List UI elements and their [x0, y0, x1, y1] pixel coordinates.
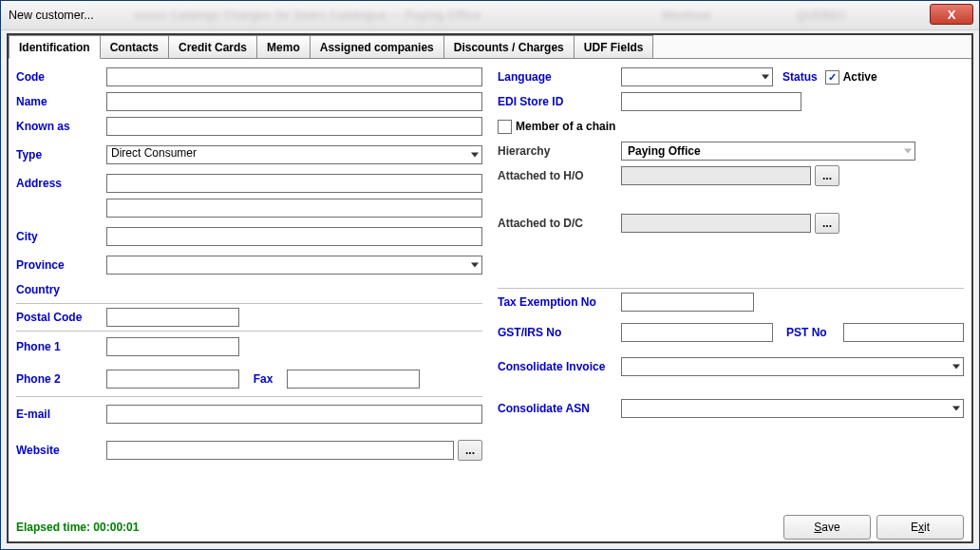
website-input[interactable]: [106, 441, 454, 460]
content: Identification Contacts Credit Cards Mem…: [7, 33, 973, 543]
divider: [498, 288, 964, 289]
ci-select[interactable]: [621, 357, 964, 376]
active-checkbox[interactable]: ✓: [825, 70, 839, 85]
exit-button[interactable]: Exit: [876, 515, 964, 540]
tab-credit-cards[interactable]: Credit Cards: [168, 35, 257, 58]
phone1-input[interactable]: [106, 337, 239, 356]
tax-input[interactable]: [621, 293, 754, 312]
label-address: Address: [16, 177, 106, 190]
label-email: E-mail: [16, 408, 106, 421]
province-select[interactable]: [106, 256, 482, 275]
tab-assigned-companies[interactable]: Assigned companies: [310, 35, 444, 58]
fax-input[interactable]: [287, 370, 420, 389]
titlebar: New customer... xxxxx Catalogs Charges f…: [1, 1, 979, 30]
close-button[interactable]: X: [930, 4, 973, 25]
label-phone1: Phone 1: [16, 340, 106, 353]
label-ho: Attached to H/O: [498, 169, 621, 182]
tab-identification[interactable]: Identification: [9, 35, 101, 59]
label-name: Name: [16, 95, 106, 108]
label-postal-code: Postal Code: [16, 311, 106, 324]
edi-input[interactable]: [621, 92, 801, 111]
ca-select[interactable]: [621, 399, 964, 418]
divider: [16, 331, 482, 332]
label-ci: Consolidate Invoice: [498, 360, 621, 373]
label-status: Status: [782, 70, 818, 84]
hierarchy-select[interactable]: Paying Office: [621, 142, 915, 161]
background-blur: xxxxx Catalogs Charges for Sears Catalog…: [134, 1, 922, 29]
left-column: Code Name Known as Type Direct Consumer: [9, 58, 490, 513]
label-dc: Attached to D/C: [498, 217, 621, 230]
language-select[interactable]: [621, 67, 773, 86]
address-2-input[interactable]: [106, 199, 482, 218]
exit-rest: it: [924, 521, 930, 534]
email-input[interactable]: [106, 405, 482, 424]
form-area: Code Name Known as Type Direct Consumer: [9, 58, 971, 513]
label-country: Country: [16, 283, 106, 296]
label-known-as: Known as: [16, 120, 106, 133]
dc-browse-button[interactable]: ...: [815, 213, 839, 234]
name-input[interactable]: [106, 92, 482, 111]
label-ca: Consolidate ASN: [498, 402, 621, 415]
type-select[interactable]: Direct Consumer: [106, 145, 482, 164]
footer: Elapsed time: 00:00:01 Save Exit: [9, 513, 971, 541]
type-value: Direct Consumer: [111, 146, 197, 160]
tab-memo[interactable]: Memo: [256, 35, 311, 58]
exit-pre: E: [911, 521, 918, 534]
divider: [16, 396, 482, 397]
dc-readonly: [621, 214, 811, 233]
known-as-input[interactable]: [106, 117, 482, 136]
gst-input[interactable]: [621, 323, 773, 342]
city-input[interactable]: [106, 227, 482, 246]
label-edi: EDI Store ID: [498, 95, 621, 108]
tab-udf-fields[interactable]: UDF Fields: [574, 35, 654, 58]
check-icon: ✓: [828, 72, 837, 83]
member-checkbox[interactable]: [498, 120, 512, 134]
close-icon: X: [948, 8, 956, 22]
tabstrip: Identification Contacts Credit Cards Mem…: [9, 35, 971, 59]
label-member: Member of a chain: [516, 120, 615, 133]
label-language: Language: [498, 70, 621, 84]
divider: [16, 303, 482, 304]
hierarchy-value: Paying Office: [628, 144, 701, 158]
window-title: New customer...: [9, 9, 94, 22]
postal-code-input[interactable]: [106, 308, 239, 327]
right-column: Language Status ✓ Active EDI Store ID: [490, 58, 971, 513]
tab-contacts[interactable]: Contacts: [100, 35, 169, 58]
label-city: City: [16, 230, 106, 243]
label-tax: Tax Exemption No: [498, 295, 621, 309]
label-active: Active: [843, 70, 877, 84]
label-gst: GST/IRS No: [498, 326, 621, 339]
address-1-input[interactable]: [106, 174, 482, 193]
save-rest: ave: [821, 521, 839, 534]
label-hierarchy: Hierarchy: [498, 144, 621, 158]
save-button[interactable]: Save: [783, 515, 871, 540]
tab-discounts-charges[interactable]: Discounts / Charges: [443, 35, 575, 58]
window: New customer... xxxxx Catalogs Charges f…: [0, 0, 980, 550]
label-pst: PST No: [786, 326, 843, 339]
label-type: Type: [16, 148, 106, 161]
website-browse-button[interactable]: ...: [458, 440, 482, 461]
label-fax: Fax: [239, 372, 287, 386]
ho-readonly: [621, 166, 811, 185]
label-website: Website: [16, 444, 106, 457]
pst-input[interactable]: [843, 323, 964, 342]
ho-browse-button[interactable]: ...: [815, 165, 839, 186]
label-code: Code: [16, 70, 106, 84]
elapsed-time: Elapsed time: 00:00:01: [16, 521, 139, 534]
label-province: Province: [16, 258, 106, 272]
label-phone2: Phone 2: [16, 372, 106, 386]
phone2-input[interactable]: [106, 370, 239, 389]
code-input[interactable]: [106, 67, 482, 86]
